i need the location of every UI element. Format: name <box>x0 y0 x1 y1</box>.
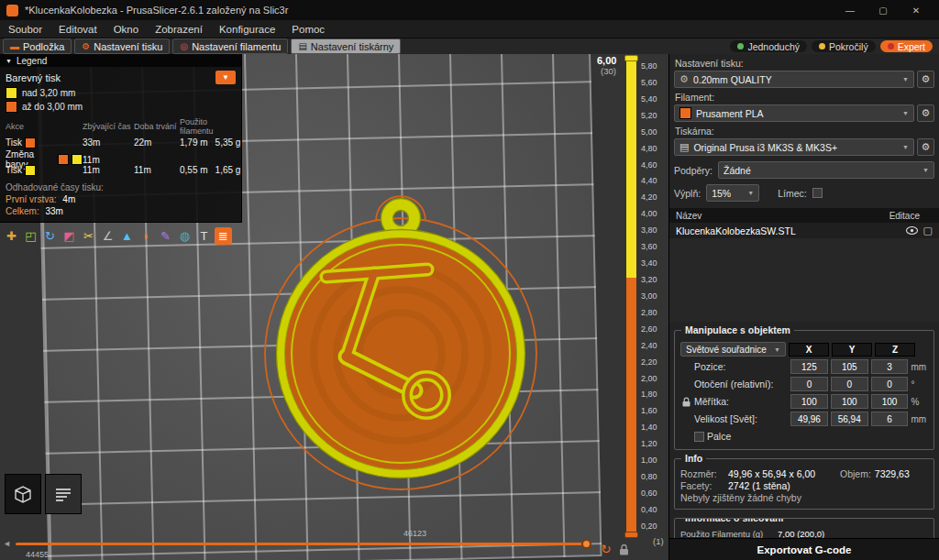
layer-ruler-tick: 1,40 <box>641 423 657 432</box>
menu-item-soubor[interactable]: Soubor <box>0 20 50 38</box>
value-field-z[interactable]: 100 <box>871 394 909 409</box>
3d-editor-view-button[interactable] <box>5 474 41 514</box>
preview-view-button[interactable] <box>45 474 82 514</box>
layer-slider-upper-thumb[interactable] <box>624 55 638 61</box>
filament-value: Prusament PLA <box>696 108 764 119</box>
fdm-supports-icon[interactable]: ▲ <box>118 227 136 245</box>
mode-dot-icon <box>888 43 894 49</box>
value-field-y[interactable]: 0 <box>831 377 868 391</box>
move-icon[interactable]: ✚ <box>3 227 20 245</box>
menu-item-okno[interactable]: Okno <box>105 20 148 38</box>
menu-item-editovat[interactable]: Editovat <box>50 20 105 38</box>
mmu-paint-icon[interactable]: ✎ <box>157 227 174 245</box>
lock-icon[interactable] <box>619 544 629 555</box>
coordinate-space-combo[interactable]: Světové souřadnice ▼ <box>680 342 786 357</box>
action-color-swatch <box>58 154 69 165</box>
print-settings-label: Nastavení tisku: <box>675 58 933 69</box>
name-column-header: Název <box>676 211 701 221</box>
color-print-label: Barevný tisk <box>6 72 61 83</box>
axis-header: X <box>789 343 829 357</box>
layer-ruler-tick: 5,40 <box>641 94 657 104</box>
maximize-button[interactable]: ▢ <box>867 0 900 20</box>
reload-gcode-icon[interactable]: ↻ <box>601 543 612 555</box>
size-value: 49,96 x 56,94 x 6,00 <box>728 468 836 479</box>
chevron-down-icon: ▼ <box>902 110 909 116</box>
layer-slider-lower-thumb[interactable] <box>624 532 638 538</box>
layer-ruler-tick: 0,20 <box>641 522 657 531</box>
tab-nastaveni-tiskarny[interactable]: ▤ Nastavení tiskárny <box>291 38 401 54</box>
horizontal-slider-handle[interactable] <box>581 539 591 549</box>
menu-item-pomoc[interactable]: Pomoc <box>283 20 333 38</box>
inches-checkbox[interactable] <box>694 432 704 442</box>
tab-nastaveni-filamentu[interactable]: ◎ Nastavení filamentu <box>172 38 288 54</box>
tab-nastaveni-tisku[interactable]: ⚙ Nastavení tisku <box>74 38 170 54</box>
legend-header[interactable]: ▼ Legend <box>0 54 241 67</box>
brim-checkbox[interactable] <box>812 188 823 198</box>
tab-podlozka[interactable]: ▬ Podložka <box>3 38 72 54</box>
export-gcode-button[interactable]: Exportovat G-code <box>669 538 939 560</box>
value-field-z[interactable]: 0 <box>871 377 909 391</box>
value-field-x[interactable]: 49,96 <box>790 412 828 426</box>
3d-viewport[interactable]: ▼ Legend Barevný tisk ▼ nad 3,20 mm až <box>0 54 668 560</box>
text-icon[interactable]: T <box>195 227 213 245</box>
print-settings-combo[interactable]: ⚙ 0.20mm QUALITY ▼ <box>674 71 914 88</box>
variable-layer-height-icon[interactable]: ≣ <box>215 227 232 245</box>
value-field-y[interactable]: 105 <box>831 359 868 374</box>
horizontal-slider-track[interactable] <box>16 543 590 545</box>
edit-print-settings-button[interactable]: ⚙ <box>917 71 934 88</box>
layer-ruler-tick: 2,40 <box>641 341 657 350</box>
printer-value: Original Prusa i3 MK3S & MK3S+ <box>693 142 837 153</box>
color-swatch <box>6 87 17 99</box>
edit-printer-button[interactable]: ⚙ <box>917 138 934 156</box>
menu-item-zobrazeni[interactable]: Zobrazení <box>147 20 211 38</box>
value-field-z[interactable]: 6 <box>871 412 909 426</box>
value-field-z[interactable]: 3 <box>871 359 909 374</box>
edit-filament-button[interactable]: ⚙ <box>917 104 934 122</box>
printer-combo[interactable]: ▤ Original Prusa i3 MK3S & MK3S+ ▼ <box>674 138 914 156</box>
object-list-item[interactable]: KlucenkaKolobezkaSW.STL ▢ <box>669 223 939 238</box>
object-manipulation-box: Manipulace s objektem Světové souřadnice… <box>674 330 934 450</box>
color-print-dropdown[interactable]: ▼ <box>215 71 236 84</box>
rotate-icon[interactable]: ↻ <box>41 227 59 245</box>
value-field-y[interactable]: 56,94 <box>831 412 868 426</box>
chevron-down-icon: ▼ <box>902 144 909 150</box>
filament-length: 1,79 m <box>180 137 208 148</box>
manipulation-label: Pozice: <box>694 361 788 372</box>
close-button[interactable]: ✕ <box>900 0 933 20</box>
layer-ruler-tick: 3,80 <box>641 225 657 235</box>
chevron-down-icon: ▼ <box>774 346 780 353</box>
supports-label: Podpěry: <box>674 165 713 176</box>
menu-item-konfigurace[interactable]: Konfigurace <box>211 20 283 38</box>
value-field-y[interactable]: 100 <box>831 394 868 409</box>
slider-left-arrow-icon[interactable]: ◄ <box>3 539 11 548</box>
value-field-x[interactable]: 125 <box>790 359 828 374</box>
scale-icon[interactable]: ◰ <box>22 227 39 245</box>
horizontal-move-slider[interactable]: ◄ <box>3 537 590 550</box>
mode-expert[interactable]: Expert <box>880 40 933 52</box>
supports-combo[interactable]: Žádné ▼ <box>718 161 934 179</box>
eye-icon[interactable] <box>906 226 918 235</box>
remaining-time: 33m <box>83 137 134 148</box>
value-field-x[interactable]: 100 <box>790 394 828 409</box>
uniform-scale-lock-icon[interactable] <box>682 397 690 407</box>
measure-icon[interactable]: ∠ <box>99 227 116 245</box>
mode-pokrocily[interactable]: Pokročilý <box>812 40 876 52</box>
tab-label: Nastavení tiskárny <box>311 41 393 52</box>
mode-jednoduchy[interactable]: Jednoduchý <box>730 40 807 52</box>
infill-combo[interactable]: 15% ▼ <box>706 184 759 202</box>
seam-icon[interactable]: ◗ <box>138 227 155 245</box>
legend-column-header: Akce <box>6 122 83 131</box>
edit-object-icon[interactable]: ▢ <box>923 225 933 236</box>
action-label: Tisk <box>6 165 22 175</box>
hollow-icon[interactable]: ◍ <box>176 227 193 245</box>
window-title: *KlucenkaKolobezka - PrusaSlicer-2.6.1 z… <box>25 5 288 16</box>
value-field-x[interactable]: 0 <box>790 377 828 391</box>
filament-color-swatch <box>679 107 691 119</box>
layer-slider-track[interactable] <box>626 57 636 537</box>
cut-icon[interactable]: ✂ <box>80 227 97 245</box>
volume-label: Objem: <box>840 468 871 479</box>
filament-combo[interactable]: Prusament PLA ▼ <box>674 104 914 122</box>
place-on-face-icon[interactable]: ◩ <box>61 227 78 245</box>
minimize-button[interactable]: — <box>834 0 867 20</box>
layer-ruler-tick: 1,60 <box>641 406 657 415</box>
